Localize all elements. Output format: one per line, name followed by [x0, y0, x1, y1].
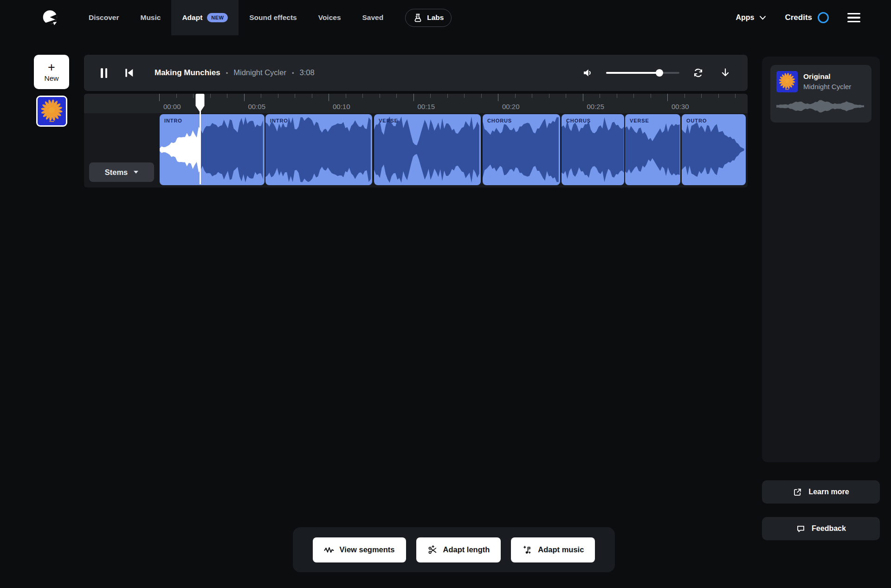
volume-slider[interactable] — [606, 72, 679, 74]
ruler-time-label: 00:15 — [418, 103, 435, 110]
ruler-minor-tick — [210, 94, 211, 98]
original-card-text: Original Midnight Cycler — [803, 71, 851, 90]
ruler-time-label: 00:10 — [333, 103, 350, 110]
segment-waveform — [562, 114, 624, 185]
waveform-icon — [324, 546, 334, 554]
nav-item-label: Voices — [318, 13, 341, 22]
segment-label: VERSE — [379, 118, 398, 123]
adapt-length-button[interactable]: Adapt length — [416, 537, 501, 562]
segment-waveform — [374, 114, 481, 185]
nav-item-label: Discover — [89, 13, 119, 22]
player-bar: Making Munchies • Midnight Cycler • 3:08 — [84, 55, 748, 91]
playhead[interactable] — [195, 94, 205, 115]
nav-item-label: Music — [140, 13, 161, 22]
track-artist: Midnight Cycler — [233, 68, 286, 77]
ruler-minor-tick — [481, 94, 482, 98]
credits-ring-icon — [818, 12, 829, 23]
track-title: Making Munchies — [155, 68, 220, 78]
download-button[interactable] — [720, 67, 731, 78]
ruler-minor-tick — [261, 94, 261, 98]
pause-icon — [101, 68, 103, 78]
ruler-major-tick — [667, 94, 668, 101]
brand-logo[interactable] — [42, 9, 58, 26]
labs-label: Labs — [427, 13, 444, 22]
segment-intro-1[interactable]: INTRO — [265, 114, 372, 185]
segment-label: VERSE — [630, 118, 649, 123]
timeline: 00:0000:0500:1000:1500:2000:2500:30 INTR… — [84, 94, 748, 187]
loop-icon — [692, 67, 704, 78]
segment-verse-2[interactable]: VERSE — [374, 114, 481, 185]
nav-item-sound-effects[interactable]: Sound effects — [239, 0, 307, 35]
ruler-minor-tick — [633, 94, 634, 98]
view-segments-button[interactable]: View segments — [313, 537, 406, 562]
adapt-music-button[interactable]: Adapt music — [511, 537, 595, 562]
epidemic-sound-logo-icon — [42, 9, 58, 26]
nav-item-saved[interactable]: Saved — [352, 0, 394, 35]
new-project-button[interactable]: + New — [34, 55, 69, 89]
nav-item-adapt[interactable]: Adapt NEW — [171, 0, 239, 35]
segment-label: OUTRO — [686, 118, 707, 123]
chat-bubble-icon — [796, 524, 806, 534]
nav-item-label: Saved — [362, 13, 384, 22]
nav-item-label: Sound effects — [249, 13, 297, 22]
volume-button[interactable] — [582, 67, 593, 78]
hamburger-menu-button[interactable] — [847, 11, 860, 24]
adapt-length-label: Adapt length — [443, 545, 490, 554]
album-art-flower — [776, 71, 798, 92]
ruler-minor-tick — [227, 94, 227, 98]
ruler-minor-tick — [295, 94, 295, 98]
plus-icon: + — [48, 61, 55, 74]
stems-label: Stems — [105, 168, 128, 177]
new-button-label: New — [44, 74, 58, 83]
scissors-icon — [427, 545, 438, 555]
versions-sidebar: Original Midnight Cycler — [762, 57, 880, 462]
credits-button[interactable]: Credits — [785, 12, 829, 23]
pause-button[interactable] — [101, 68, 107, 78]
ruler-time-label: 00:20 — [502, 103, 520, 110]
ruler[interactable]: 00:0000:0500:1000:1500:2000:2500:30 — [84, 94, 748, 113]
segment-chorus-4[interactable]: CHORUS — [562, 114, 624, 185]
nav-item-label: Adapt — [182, 13, 202, 22]
skip-to-start-icon — [124, 68, 134, 78]
ruler-minor-tick — [701, 94, 702, 98]
learn-more-button[interactable]: Learn more — [762, 480, 880, 504]
segment-outro-6[interactable]: OUTRO — [682, 114, 746, 185]
player-controls-right — [582, 67, 731, 78]
separator-dot: • — [226, 70, 228, 77]
adapt-music-label: Adapt music — [538, 545, 584, 554]
ruler-minor-tick — [651, 94, 651, 98]
apps-menu-button[interactable]: Apps — [736, 13, 766, 22]
new-badge: NEW — [207, 13, 228, 22]
nav-item-voices[interactable]: Voices — [308, 0, 352, 35]
segment-verse-5[interactable]: VERSE — [625, 114, 680, 185]
ruler-major-tick — [159, 94, 160, 101]
segment-intro-0[interactable]: INTRO — [160, 114, 265, 185]
segment-chorus-3[interactable]: CHORUS — [483, 114, 560, 185]
loop-button[interactable] — [692, 67, 704, 78]
view-segments-label: View segments — [340, 545, 395, 554]
ruler-minor-tick — [312, 94, 312, 98]
stems-dropdown[interactable]: Stems — [89, 162, 154, 182]
nav-item-music[interactable]: Music — [129, 0, 171, 35]
segment-waveform — [483, 114, 560, 185]
segment-label: INTRO — [164, 118, 182, 123]
playhead-marker-icon — [195, 94, 205, 113]
segment-waveform — [265, 114, 372, 185]
segment-waveform — [160, 114, 265, 185]
original-version-card[interactable]: Original Midnight Cycler — [770, 65, 872, 123]
ruler-minor-tick — [515, 94, 516, 98]
volume-slider-thumb[interactable] — [656, 69, 663, 77]
ruler-major-tick — [583, 94, 583, 101]
volume-slider-fill — [606, 72, 659, 74]
original-subtitle: Midnight Cycler — [803, 83, 851, 90]
nav-item-discover[interactable]: Discover — [78, 0, 129, 35]
ruler-major-tick — [329, 94, 329, 101]
project-thumbnail[interactable] — [36, 96, 67, 127]
ruler-minor-tick — [176, 94, 177, 98]
segment-label: INTRO — [270, 118, 288, 123]
caret-down-icon — [134, 171, 138, 174]
labs-button[interactable]: Labs — [405, 9, 452, 27]
feedback-button[interactable]: Feedback — [762, 517, 880, 540]
volume-icon — [582, 67, 593, 78]
skip-to-start-button[interactable] — [124, 68, 134, 78]
